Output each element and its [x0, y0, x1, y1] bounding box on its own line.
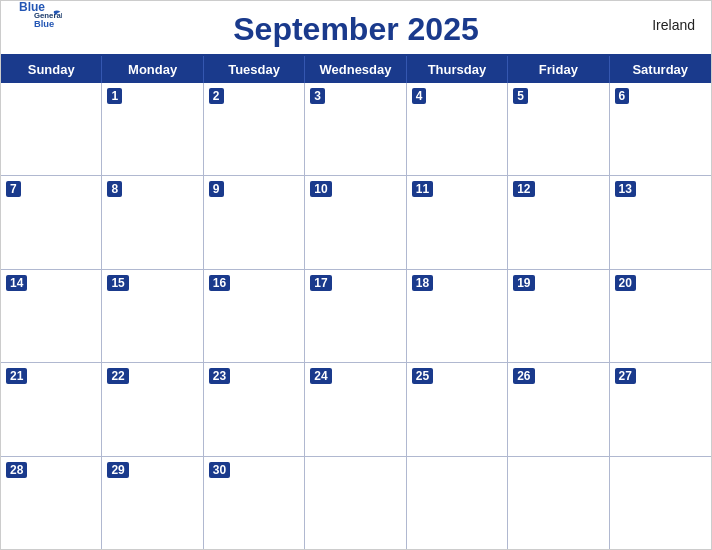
- day-number: 18: [412, 275, 433, 291]
- day-number: 23: [209, 368, 230, 384]
- day-number: 27: [615, 368, 636, 384]
- day-cell: 4: [407, 83, 508, 175]
- day-cell: [407, 457, 508, 549]
- day-cell: 13: [610, 176, 711, 268]
- week-row-3: 14151617181920: [1, 270, 711, 363]
- day-cell: 5: [508, 83, 609, 175]
- day-number: 8: [107, 181, 122, 197]
- week-row-1: 123456: [1, 83, 711, 176]
- day-number: 21: [6, 368, 27, 384]
- day-header-wednesday: Wednesday: [305, 56, 406, 83]
- day-cell: 17: [305, 270, 406, 362]
- day-cell: 14: [1, 270, 102, 362]
- day-cell: 19: [508, 270, 609, 362]
- logo-blue-text: Blue: [19, 0, 56, 14]
- day-number: 22: [107, 368, 128, 384]
- day-number: 24: [310, 368, 331, 384]
- day-cell: [508, 457, 609, 549]
- day-number: 2: [209, 88, 224, 104]
- day-cell: 11: [407, 176, 508, 268]
- day-number: 4: [412, 88, 427, 104]
- day-cell: 23: [204, 363, 305, 455]
- day-number: 19: [513, 275, 534, 291]
- day-cell: 6: [610, 83, 711, 175]
- week-row-5: 282930: [1, 457, 711, 549]
- day-number: 29: [107, 462, 128, 478]
- day-header-tuesday: Tuesday: [204, 56, 305, 83]
- day-cell: 25: [407, 363, 508, 455]
- day-cell: [305, 457, 406, 549]
- day-number: 10: [310, 181, 331, 197]
- day-cell: 8: [102, 176, 203, 268]
- day-number: 28: [6, 462, 27, 478]
- day-cell: 18: [407, 270, 508, 362]
- day-cell: 30: [204, 457, 305, 549]
- day-cell: 22: [102, 363, 203, 455]
- day-cell: 2: [204, 83, 305, 175]
- day-cell: 28: [1, 457, 102, 549]
- calendar-container: General Blue General Blue September 2025…: [0, 0, 712, 550]
- day-cell: 15: [102, 270, 203, 362]
- day-number: 13: [615, 181, 636, 197]
- day-cell: 27: [610, 363, 711, 455]
- day-header-sunday: Sunday: [1, 56, 102, 83]
- day-number: 3: [310, 88, 325, 104]
- svg-text:Blue: Blue: [34, 19, 54, 27]
- calendar-header: General Blue General Blue September 2025…: [1, 1, 711, 54]
- day-header-monday: Monday: [102, 56, 203, 83]
- calendar-title: September 2025: [233, 11, 478, 48]
- day-header-friday: Friday: [508, 56, 609, 83]
- day-number: 30: [209, 462, 230, 478]
- day-number: 14: [6, 275, 27, 291]
- day-cell: 20: [610, 270, 711, 362]
- day-number: 26: [513, 368, 534, 384]
- day-number: 5: [513, 88, 528, 104]
- logo-area: General Blue General Blue: [17, 9, 78, 14]
- day-cell: 21: [1, 363, 102, 455]
- calendar-grid: Sunday Monday Tuesday Wednesday Thursday…: [1, 54, 711, 549]
- country-label: Ireland: [652, 17, 695, 33]
- day-number: 6: [615, 88, 630, 104]
- day-number: 17: [310, 275, 331, 291]
- day-cell: 24: [305, 363, 406, 455]
- day-number: 25: [412, 368, 433, 384]
- day-cell: 7: [1, 176, 102, 268]
- bird-icon: [58, 0, 78, 11]
- day-number: 11: [412, 181, 433, 197]
- day-cell: 10: [305, 176, 406, 268]
- day-number: 9: [209, 181, 224, 197]
- weeks-container: 1234567891011121314151617181920212223242…: [1, 83, 711, 549]
- day-cell: 26: [508, 363, 609, 455]
- day-cell: 3: [305, 83, 406, 175]
- week-row-2: 78910111213: [1, 176, 711, 269]
- day-number: 7: [6, 181, 21, 197]
- day-number: 12: [513, 181, 534, 197]
- day-cell: 16: [204, 270, 305, 362]
- day-number: 16: [209, 275, 230, 291]
- day-header-thursday: Thursday: [407, 56, 508, 83]
- day-cell: [1, 83, 102, 175]
- week-row-4: 21222324252627: [1, 363, 711, 456]
- day-number: 1: [107, 88, 122, 104]
- day-header-saturday: Saturday: [610, 56, 711, 83]
- days-header: Sunday Monday Tuesday Wednesday Thursday…: [1, 56, 711, 83]
- day-number: 15: [107, 275, 128, 291]
- day-cell: 29: [102, 457, 203, 549]
- day-cell: [610, 457, 711, 549]
- day-cell: 12: [508, 176, 609, 268]
- day-cell: 1: [102, 83, 203, 175]
- day-number: 20: [615, 275, 636, 291]
- day-cell: 9: [204, 176, 305, 268]
